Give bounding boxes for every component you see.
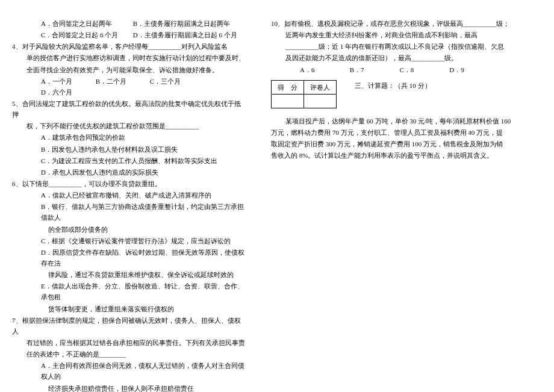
q4-optB: B．二个月 — [96, 76, 126, 87]
q6-optB1: B．银行、借款人与第三方协商达成债务重整计划，约定由第三方承担借款人 — [12, 201, 247, 223]
q7-stem3: 任的表述中，不正确的是________ — [12, 349, 247, 359]
q10-optD: D．9 — [449, 64, 497, 75]
q4-stem2: 单的授信客户进行实地察访和调查，同时在实施行动计划的过程中要及时、 — [12, 52, 247, 63]
q6-optA: A．借款人已经被宣布撤销、关闭、破产或进入清算程序的 — [12, 190, 247, 201]
q6-optC: C．根据《交通银行诉讼案件管理暂行办法》规定，应当起诉讼的 — [12, 235, 247, 246]
q10-stem3: __________级；近 1 年内在银行有两次或以上不良记录（指按信逾期、欠息 — [271, 41, 542, 52]
score-table: 得 分 评卷人 — [271, 80, 337, 108]
q4-stem1: 4、对于风险较大的风险监察名单，客户经理每__________对列入风险监名 — [12, 41, 247, 52]
score-cell1 — [272, 94, 304, 108]
score-h1: 得 分 — [272, 80, 304, 94]
q5-optA: A．建筑承包合同预定的价款 — [12, 132, 247, 143]
q4-optC: C．三个月 — [150, 76, 181, 87]
q6-stem: 6、以下情形__________，可以办理不良贷款重组。 — [12, 178, 247, 189]
score-cell2 — [304, 94, 337, 108]
score-h2: 评卷人 — [304, 80, 337, 94]
q10-stem2: 近两年内发生重大经济纠纷案件，对商业信用造成不利影响，最高 — [271, 30, 542, 40]
q3-options-row2: C．合同签定之日起 6 个月 D．主债务履行期届满之日起 6 个月 — [12, 30, 247, 40]
q3-options-row1: A．合同签定之日起两年 B．主债务履行期届满之日起两年 — [12, 18, 247, 29]
q3-optD: D．主债务履行期届满之日起 6 个月 — [133, 31, 237, 39]
q7-optA2: 经济损失承担赔偿责任，担保人则不承担赔偿责任 — [12, 383, 247, 393]
section3-body1: 某项目投产后，达纲年产量 60 万吨，单价 30 元/吨，每年消耗原材料价值 1… — [271, 116, 542, 126]
q10-options: A．6 B．7 C．8 D．9 — [271, 64, 542, 75]
q4-optA: A．一个月 — [41, 76, 72, 87]
q7-stem1: 7、根据担保法律制度的规定，担保合同被确认无效时，债务人、担保人、债权人 — [12, 315, 247, 337]
q5-stem1: 5、合同法规定了建筑工程价款的优先权。最高法院的批复中确定优先权优于抵押 — [12, 98, 247, 120]
q7-stem2: 有过错的，应当根据其过错各自承担相应的民事责任。下列有关承担民事责 — [12, 337, 247, 348]
q3-optC: C．合同签定之日起 6 个月 — [41, 30, 131, 40]
q3-optB: B．主债务履行期届满之日起两年 — [133, 20, 230, 27]
q6-optD2: 律风险，通过不良贷款重组来维护债权、保全诉讼或延续时效的 — [12, 269, 247, 280]
q6-optB2: 的全部或部分债务的 — [12, 224, 247, 235]
q10-stem1: 10、如有偷税、逃税及漏税记录，或存在恶意欠税现象，评级最高__________… — [271, 18, 542, 29]
q4-optD: D．六个月 — [41, 87, 72, 98]
q3-optA: A．合同签定之日起两年 — [41, 18, 131, 29]
q5-stem2: 权，下列不能行使优先权的建筑工程价款范围是__________ — [12, 120, 247, 131]
q7-optA1: A．主合同有效而担保合同无效，债权人无过错的，债务人对主合同债权人的 — [12, 360, 247, 382]
q6-optD1: D．因原信贷文件存在缺陷、诉讼时效过期、担保无效等原因，使债权存在法 — [12, 247, 247, 269]
section3-body3: 取固定资产折旧费 300 万元，摊销递延资产费用 100 万元，销售税金及附加为… — [271, 138, 542, 149]
q4-options: A．一个月 B．二个月 C．三个月 D．六个月 — [12, 76, 247, 98]
section3-title: 三、计算题：（共 10 分） — [355, 80, 431, 91]
q4-stem3: 全面寻找企业的有效资产，为可能采取保全、诉讼措施做好准备。 — [12, 64, 247, 75]
q10-optC: C．8 — [400, 64, 448, 75]
section3-heading-row: 得 分 评卷人 三、计算题：（共 10 分） — [271, 80, 542, 108]
q10-stem4: 及因还款能力不足造成的借新还旧），最高__________级。 — [271, 52, 542, 63]
q5-optD: D．承包人因发包人违约造成的实际损失 — [12, 167, 247, 178]
q5-optC: C．为建设工程应当支付的工作人员报酬、材料款等实际支出 — [12, 155, 247, 166]
section3-body2: 万元，燃料动力费用 70 万元，支付职工、管理人员工资及福利费用 40 万元，提 — [271, 127, 542, 138]
section3-body4: 售收入的 8%。试计算以生产能力利用率表示的盈亏平衡点，并说明其含义。 — [271, 150, 542, 161]
q5-optB: B．因发包人违约承包人垫付材料款及误工损失 — [12, 144, 247, 155]
q10-optB: B．7 — [350, 64, 398, 75]
q10-optA: A．6 — [300, 64, 348, 75]
q6-optE2: 赁等体制变更，通过重组来落实银行债权的 — [12, 303, 247, 314]
q6-optE1: E．借款人出现合并、分立、股份制改造、转让、合资、联营、合作、承包租 — [12, 281, 247, 302]
